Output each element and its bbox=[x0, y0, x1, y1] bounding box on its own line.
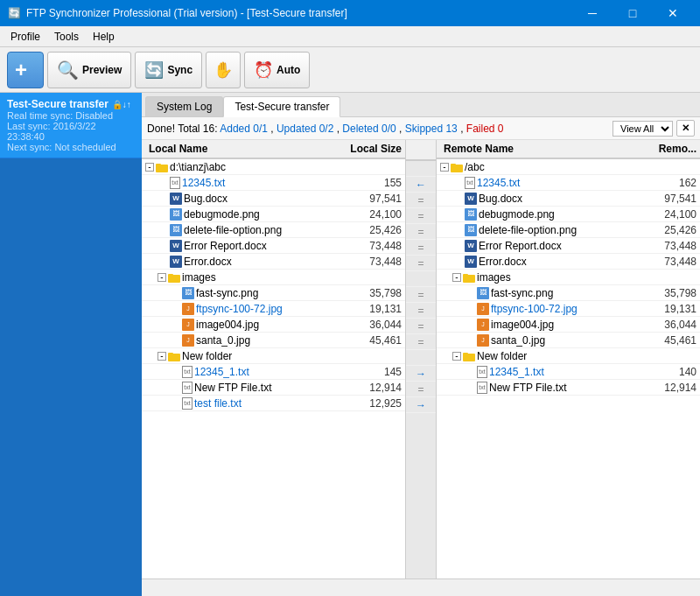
status-skipped: Skipped 13 bbox=[405, 123, 458, 135]
minimize-button[interactable]: ─ bbox=[572, 0, 612, 26]
list-item[interactable]: 🖼 debugmode.png 24,100 bbox=[142, 207, 405, 222]
profile-item[interactable]: Test-Secure transfer 🔒↓↑ Real time sync:… bbox=[0, 93, 142, 158]
status-total: Total 16: bbox=[178, 123, 220, 135]
file-name-text: 12345.txt bbox=[477, 177, 520, 189]
file-size-text: 140 bbox=[639, 366, 700, 378]
list-item[interactable]: - New folder bbox=[437, 348, 700, 364]
list-item[interactable]: W Error Report.docx 73,448 bbox=[437, 238, 700, 254]
title-bar: 🔄 FTP Synchronizer Professional (Trial v… bbox=[0, 0, 700, 26]
list-item[interactable]: txt New FTP File.txt 12,914 bbox=[142, 380, 405, 396]
file-name-text: New FTP File.txt bbox=[489, 382, 566, 394]
file-size-text: 73,448 bbox=[344, 240, 405, 252]
list-item[interactable]: txt 12345_1.txt 140 bbox=[437, 364, 700, 380]
list-item[interactable]: J image004.jpg 36,044 bbox=[437, 317, 700, 333]
file-name-text: New folder bbox=[477, 350, 527, 362]
list-item[interactable]: - New folder bbox=[142, 348, 405, 364]
remote-header: Remote Name Remo... bbox=[437, 140, 700, 159]
maximize-button[interactable]: □ bbox=[612, 0, 653, 26]
menu-tools[interactable]: Tools bbox=[47, 26, 86, 46]
expand-icon[interactable]: - bbox=[440, 163, 449, 172]
arrow-left-icon: ← bbox=[416, 179, 426, 191]
expand-icon[interactable]: - bbox=[452, 273, 461, 282]
pause-button[interactable]: ✋ bbox=[206, 52, 241, 88]
close-button[interactable]: ✕ bbox=[653, 0, 693, 26]
txt-icon: txt bbox=[477, 366, 487, 378]
folder-icon bbox=[451, 161, 463, 173]
add-button[interactable]: + bbox=[7, 52, 44, 88]
status-deleted: Deleted 0/0 bbox=[342, 123, 396, 135]
list-item[interactable]: txt New FTP File.txt 12,914 bbox=[437, 380, 700, 396]
expand-icon[interactable]: - bbox=[452, 352, 461, 361]
folder-icon bbox=[463, 271, 475, 284]
sync-cell: → bbox=[406, 397, 436, 413]
file-name-text: ftpsync-100-72.jpg bbox=[491, 303, 578, 315]
local-root-row[interactable]: - d:\tianzj\abc bbox=[142, 159, 405, 175]
status-added: Added 0/1 bbox=[220, 123, 268, 135]
close-status-button[interactable]: ✕ bbox=[676, 120, 695, 137]
equal-sign: = bbox=[417, 257, 424, 270]
toolbar: + 🔍 Preview 🔄 Sync ✋ ⏰ Auto bbox=[0, 47, 700, 93]
remote-root-row[interactable]: - /abc bbox=[437, 159, 700, 175]
list-item[interactable]: J ftpsync-100-72.jpg 19,131 bbox=[142, 301, 405, 317]
expand-icon[interactable]: - bbox=[158, 352, 166, 361]
tab-system-log[interactable]: System Log bbox=[145, 96, 223, 116]
list-item[interactable]: 🖼 delete-file-option.png 25,426 bbox=[437, 222, 700, 238]
file-size-text: 45,461 bbox=[639, 334, 700, 347]
sync-label: Sync bbox=[167, 64, 192, 76]
word-icon: W bbox=[170, 240, 182, 252]
svg-rect-1 bbox=[156, 164, 161, 166]
preview-button[interactable]: 🔍 Preview bbox=[47, 52, 131, 88]
expand-icon[interactable]: - bbox=[158, 273, 166, 282]
auto-button[interactable]: ⏰ Auto bbox=[244, 52, 310, 88]
remote-root-name: /abc bbox=[465, 161, 485, 173]
list-item[interactable]: W Error.docx 73,448 bbox=[142, 254, 405, 270]
list-item[interactable]: - images bbox=[142, 270, 405, 285]
file-size-text: 155 bbox=[344, 177, 405, 189]
txt-icon: txt bbox=[477, 382, 487, 394]
tab-test-secure[interactable]: Test-Secure transfer bbox=[223, 96, 340, 117]
local-root-name: d:\tianzj\abc bbox=[170, 161, 226, 173]
tabs-bar: System Log Test-Secure transfer bbox=[142, 93, 700, 117]
file-size-text: 35,798 bbox=[639, 287, 700, 299]
menu-profile[interactable]: Profile bbox=[4, 26, 47, 46]
list-item[interactable]: 🖼 fast-sync.png 35,798 bbox=[437, 285, 700, 301]
sync-cell: = bbox=[406, 334, 436, 350]
file-name-text: 12345.txt bbox=[182, 177, 225, 189]
img-icon: 🖼 bbox=[182, 287, 194, 299]
word-icon: W bbox=[170, 193, 182, 205]
view-all-select[interactable]: View All bbox=[612, 121, 673, 137]
list-item[interactable]: W Error Report.docx 73,448 bbox=[142, 238, 405, 254]
list-item[interactable]: W Error.docx 73,448 bbox=[437, 254, 700, 270]
list-item[interactable]: W Bug.docx 97,541 bbox=[437, 191, 700, 207]
expand-icon[interactable]: - bbox=[145, 163, 154, 172]
file-name-text: 12345_1.txt bbox=[194, 366, 249, 378]
list-item[interactable]: W Bug.docx 97,541 bbox=[142, 191, 405, 207]
list-item[interactable]: J santa_0.jpg 45,461 bbox=[142, 333, 405, 348]
list-item[interactable]: txt 12345_1.txt 145 bbox=[142, 364, 405, 380]
sync-cell: = bbox=[406, 208, 436, 224]
list-item[interactable]: 🖼 debugmode.png 24,100 bbox=[437, 207, 700, 222]
sync-column: ←=========→=→ bbox=[405, 140, 437, 578]
list-item[interactable]: txt 12345.txt 155 bbox=[142, 175, 405, 191]
left-panel: Test-Secure transfer 🔒↓↑ Real time sync:… bbox=[0, 93, 142, 596]
list-item[interactable]: 🖼 delete-file-option.png 25,426 bbox=[142, 222, 405, 238]
status-done: Done! bbox=[147, 123, 175, 135]
word-icon: W bbox=[465, 256, 477, 268]
sync-cell: = bbox=[406, 303, 436, 319]
list-item[interactable]: J image004.jpg 36,044 bbox=[142, 317, 405, 333]
list-item[interactable]: - images bbox=[437, 270, 700, 285]
arrow-right-icon: → bbox=[416, 399, 426, 411]
equal-sign: = bbox=[417, 305, 424, 317]
file-size-text: 145 bbox=[344, 366, 405, 378]
list-item[interactable]: txt 12345.txt 162 bbox=[437, 175, 700, 191]
list-item[interactable]: txt test file.txt 12,925 bbox=[142, 396, 405, 411]
sync-button[interactable]: 🔄 Sync bbox=[135, 52, 202, 88]
profile-name: Test-Secure transfer bbox=[7, 98, 108, 110]
list-item[interactable]: 🖼 fast-sync.png 35,798 bbox=[142, 285, 405, 301]
local-size-header: Local Size bbox=[344, 143, 405, 155]
remote-pane: Remote Name Remo... - /abc bbox=[437, 140, 700, 578]
remote-name-header: Remote Name bbox=[437, 143, 639, 155]
list-item[interactable]: J ftpsync-100-72.jpg 19,131 bbox=[437, 301, 700, 317]
menu-help[interactable]: Help bbox=[86, 26, 122, 46]
list-item[interactable]: J santa_0.jpg 45,461 bbox=[437, 333, 700, 348]
